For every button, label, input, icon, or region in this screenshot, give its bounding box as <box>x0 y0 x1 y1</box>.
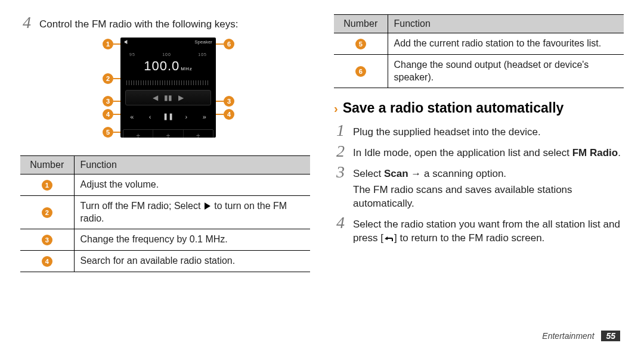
footer-section: Entertainment <box>542 331 594 341</box>
row-badge-1: 1 <box>42 180 52 191</box>
table-row: 4 Search for an available radio station. <box>20 251 310 272</box>
radio-controls: « ‹ ❚❚ › » <box>123 109 213 124</box>
th-function: Function <box>74 155 310 174</box>
callout-badge-1: 1 <box>103 39 113 49</box>
step-text: Control the FM radio with the following … <box>39 14 239 32</box>
th-number: Number <box>334 15 388 33</box>
callout-badge-4r: 4 <box>224 109 234 120</box>
seek-back-icon: « <box>126 113 137 120</box>
callout-badge-3r: 3 <box>224 96 234 107</box>
step-text: Select the radio station you want from t… <box>353 214 624 245</box>
row-badge-3: 3 <box>42 235 52 245</box>
pause-icon: ❚❚ <box>163 113 174 120</box>
row-fn-4: Search for an available radio station. <box>74 251 310 272</box>
step-number: 4 <box>334 214 347 245</box>
footer-page: 55 <box>601 331 620 341</box>
step-4-left: 4 Control the FM radio with the followin… <box>20 14 310 32</box>
table-row: 1 Adjust the volume. <box>20 174 310 195</box>
callout-badge-6: 6 <box>224 39 234 49</box>
row-fn-3: Change the frequency by 0.1 MHz. <box>74 229 310 251</box>
table-row: 6 Change the sound output (headset or de… <box>334 54 624 88</box>
return-icon <box>383 235 394 242</box>
th-number: Number <box>20 155 74 174</box>
row-fn-6: Change the sound output (headset or devi… <box>388 54 624 88</box>
frequency-unit: MHz <box>181 66 192 71</box>
prev-icon: ‹ <box>145 113 156 120</box>
speaker-label: Speaker <box>194 39 212 45</box>
row-fn-2: Turn off the FM radio; Select to turn on… <box>74 195 310 229</box>
right-column: Number Function 5 Add the current radio … <box>334 14 624 339</box>
row-fn-5: Add the current radio station to the fav… <box>388 33 624 55</box>
table-row: 5 Add the current radio station to the f… <box>334 33 624 55</box>
frequency-value: 100.0 <box>144 58 179 73</box>
radio-figure: 6 3 4 1 2 3 4 5 <box>20 38 310 145</box>
step-subtext: The FM radio scans and saves available s… <box>353 183 624 211</box>
step-4-right: 4 Select the radio station you want from… <box>334 214 624 245</box>
step-number: 2 <box>334 143 347 160</box>
step-1-right: 1 Plug the supplied headset into the dev… <box>334 122 624 139</box>
th-function: Function <box>388 15 624 33</box>
callout-badge-5: 5 <box>103 127 113 138</box>
manual-page: 4 Control the FM radio with the followin… <box>0 0 644 349</box>
favourites-bar: +++ <box>123 129 213 138</box>
row-badge-5: 5 <box>355 39 366 49</box>
step-number: 4 <box>20 14 33 32</box>
radio-screenshot: Speaker 95100105 100.0MHz ◀ ▮▮ ▶ « ‹ ❚❚ … <box>120 38 216 138</box>
left-column: 4 Control the FM radio with the followin… <box>20 14 310 339</box>
table-row: 3 Change the frequency by 0.1 MHz. <box>20 229 310 251</box>
callout-badge-2: 2 <box>103 73 113 84</box>
tuning-knob: ◀ ▮▮ ▶ <box>125 90 211 105</box>
section-title: Save a radio station automatically <box>343 100 564 116</box>
step-number: 1 <box>334 122 347 139</box>
step-text: Select Scan → a scanning option. The FM … <box>353 164 624 211</box>
callout-badge-3l: 3 <box>103 96 113 107</box>
callout-badge-4l: 4 <box>103 109 113 120</box>
seek-fwd-icon: » <box>199 113 210 120</box>
chevron-icon: › <box>334 102 338 114</box>
step-text: In Idle mode, open the application list … <box>353 143 621 160</box>
row-fn-1: Adjust the volume. <box>74 174 310 195</box>
volume-icon <box>124 39 129 45</box>
function-table-left: Number Function 1 Adjust the volume. 2 T… <box>20 155 310 272</box>
section-heading: › Save a radio station automatically <box>334 100 624 116</box>
function-table-right: Number Function 5 Add the current radio … <box>334 14 624 88</box>
step-number: 3 <box>334 164 347 211</box>
row-badge-4: 4 <box>42 256 52 267</box>
step-text: Plug the supplied headset into the devic… <box>353 122 541 139</box>
next-icon: › <box>181 113 191 120</box>
row-badge-6: 6 <box>355 66 366 77</box>
step-3-right: 3 Select Scan → a scanning option. The F… <box>334 164 624 211</box>
page-footer: Entertainment 55 <box>542 331 620 341</box>
step-2-right: 2 In Idle mode, open the application lis… <box>334 143 624 160</box>
row-badge-2: 2 <box>42 207 52 218</box>
play-icon <box>205 202 210 210</box>
table-row: 2 Turn off the FM radio; Select to turn … <box>20 195 310 229</box>
